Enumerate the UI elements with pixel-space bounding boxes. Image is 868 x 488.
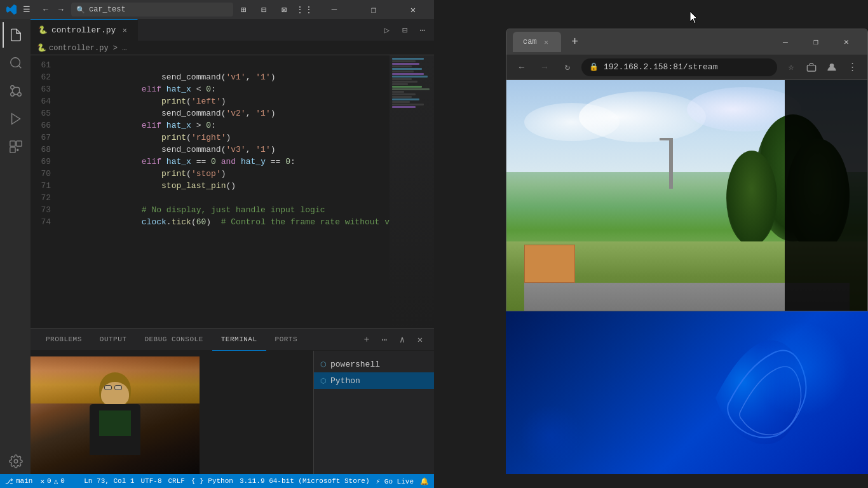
run-button[interactable]: ▷: [379, 22, 395, 37]
browser-window-controls: — ❐ ✕: [771, 32, 861, 52]
status-encoding[interactable]: UTF-8: [140, 477, 161, 485]
minimap: [390, 55, 434, 328]
sidebar-item-search[interactable]: [3, 50, 28, 76]
split-terminal-button[interactable]: ⋯: [377, 332, 392, 347]
status-function[interactable]: Ln 73, Col 1: [84, 477, 134, 485]
svg-point-9: [14, 459, 18, 463]
maximize-button[interactable]: ❐: [359, 0, 388, 19]
tab-close-icon[interactable]: ✕: [119, 25, 130, 36]
vscode-window: ☰ ← → 🔍 car_test ⊞ ⊟ ⊠ ⋮⋮ — ❐ ✕: [0, 0, 434, 488]
windows-desktop: [506, 309, 868, 474]
browser-minimize-button[interactable]: —: [771, 32, 800, 52]
status-eol[interactable]: CRLF: [168, 477, 185, 485]
status-errors[interactable]: ✕ 0 △ 0: [40, 477, 64, 485]
editor-container: 🐍 controller.py ✕ ▷ ⊟ ⋯ 🐍 controller.py …: [31, 19, 434, 474]
session-python[interactable]: ⬡ Python: [314, 372, 434, 389]
layout-btn4-icon[interactable]: ⋮⋮: [299, 4, 309, 15]
eol-label: CRLF: [168, 477, 185, 485]
add-terminal-button[interactable]: ＋: [359, 332, 374, 347]
maximize-panel-button[interactable]: ∧: [395, 332, 410, 347]
session-powershell-label: powershell: [330, 360, 380, 369]
svg-point-2: [18, 93, 22, 97]
sidebar-item-extensions[interactable]: [3, 134, 28, 159]
tab-problems[interactable]: PROBLEMS: [37, 329, 91, 351]
status-python-version[interactable]: 3.11.9 64-bit (Microsoft Store): [240, 477, 370, 485]
browser-window: cam ✕ + — ❐ ✕ ← → ↻ 🔒 192.168.2.158:81/s…: [506, 29, 868, 311]
status-go-live[interactable]: ⚡ Go Live: [376, 477, 414, 485]
svg-marker-5: [12, 114, 20, 125]
code-line-61: send_command('v1', '1'): [56, 59, 390, 71]
bookmark-icon[interactable]: ☆: [782, 58, 800, 76]
browser-forward-button[interactable]: →: [536, 58, 553, 76]
browser-tab-close-icon[interactable]: ✕: [542, 37, 551, 46]
svg-point-0: [11, 58, 20, 67]
svg-line-1: [18, 65, 21, 68]
editor-area[interactable]: 61 62 63 64 65 66 67 68 69 70 71 72 73 7…: [31, 55, 434, 328]
browser-more-menu-button[interactable]: ⋮: [843, 58, 861, 76]
session-python-label: Python: [330, 376, 360, 386]
close-button[interactable]: ✕: [398, 0, 428, 19]
back-icon[interactable]: ←: [41, 4, 51, 15]
tab-ports[interactable]: PORTS: [266, 329, 307, 351]
browser-maximize-button[interactable]: ❐: [801, 32, 831, 52]
camera-feed: [506, 80, 867, 311]
tab-actions: ▷ ⊟ ⋯: [379, 22, 434, 37]
layout-btn1-icon[interactable]: ⊞: [238, 4, 248, 15]
session-powershell[interactable]: ⬡ powershell: [314, 356, 434, 372]
error-icon: ✕: [40, 477, 44, 485]
svg-rect-8: [10, 147, 15, 152]
sidebar-item-debug[interactable]: [3, 106, 28, 132]
search-text: car_test: [89, 5, 126, 14]
code-content[interactable]: send_command('v1', '1') elif hat_x < 0: …: [56, 55, 390, 328]
terminal-sessions-list: ⬡ powershell ⬡ Python: [313, 351, 434, 474]
browser-refresh-button[interactable]: ↻: [559, 58, 576, 76]
browser-address-bar[interactable]: 🔒 192.168.2.158:81/stream: [581, 58, 777, 76]
powershell-icon: ⬡: [320, 360, 327, 369]
breadcrumb: 🐍 controller.py > …: [31, 41, 434, 55]
sidebar-item-source-control[interactable]: [3, 78, 28, 104]
git-branch-icon: ⎇: [5, 477, 13, 485]
status-branch[interactable]: ⎇ main: [5, 477, 32, 485]
tab-controller-py[interactable]: 🐍 controller.py ✕: [31, 19, 138, 41]
browser-url: 192.168.2.158:81/stream: [604, 62, 717, 72]
activity-bar: [0, 19, 31, 474]
browser-toolbar: ← → ↻ 🔒 192.168.2.158:81/stream ☆ ⋮: [506, 55, 867, 80]
profile-icon[interactable]: [823, 58, 841, 76]
minimize-button[interactable]: —: [320, 0, 349, 19]
webcam-overlay: [31, 356, 200, 474]
close-panel-button[interactable]: ✕: [412, 332, 428, 347]
sidebar-item-settings[interactable]: [3, 449, 28, 474]
title-search-bar[interactable]: 🔍 car_test: [71, 3, 233, 17]
tab-debug-console[interactable]: DEBUG CONSOLE: [135, 329, 212, 351]
warning-icon: △: [54, 477, 58, 485]
split-editor-button[interactable]: ⊟: [397, 22, 412, 37]
browser-extension-icon[interactable]: [803, 58, 820, 76]
tab-output[interactable]: OUTPUT: [91, 329, 136, 351]
new-tab-button[interactable]: +: [566, 33, 584, 51]
tab-label: controller.py: [51, 25, 116, 35]
svg-rect-7: [17, 141, 22, 146]
breadcrumb-text[interactable]: controller.py > …: [49, 44, 126, 53]
panel-body: Hat motion: x = -1, y = 0 left ส่งคำสั่ง…: [31, 351, 434, 474]
status-language[interactable]: { } Python: [191, 477, 233, 485]
python-version-label: 3.11.9 64-bit (Microsoft Store): [240, 477, 370, 485]
browser-back-button[interactable]: ←: [513, 58, 531, 76]
browser-tab-cam[interactable]: cam ✕: [513, 32, 561, 52]
layout-btn2-icon[interactable]: ⊟: [259, 4, 269, 15]
more-actions-button[interactable]: ⋯: [415, 22, 430, 37]
terminal-output[interactable]: Hat motion: x = -1, y = 0 left ส่งคำสั่ง…: [31, 351, 313, 474]
search-icon: 🔍: [76, 6, 85, 14]
breadcrumb-file-icon: 🐍: [37, 43, 46, 53]
python-icon: ⬡: [320, 377, 327, 385]
layout-btn3-icon[interactable]: ⊠: [279, 4, 289, 15]
tab-terminal[interactable]: TERMINAL: [212, 329, 266, 351]
secure-connection-icon: 🔒: [589, 62, 599, 72]
browser-close-button[interactable]: ✕: [832, 32, 861, 52]
editor-tabs: 🐍 controller.py ✕ ▷ ⊟ ⋯: [31, 19, 434, 41]
sidebar-item-files[interactable]: [3, 22, 28, 48]
forward-icon[interactable]: →: [56, 4, 66, 15]
encoding-label: UTF-8: [140, 477, 161, 485]
hamburger-menu-icon[interactable]: ☰: [22, 4, 32, 15]
status-notifications[interactable]: 🔔: [420, 477, 429, 485]
panel-tabs: PROBLEMS OUTPUT DEBUG CONSOLE TERMINAL P…: [31, 329, 434, 351]
